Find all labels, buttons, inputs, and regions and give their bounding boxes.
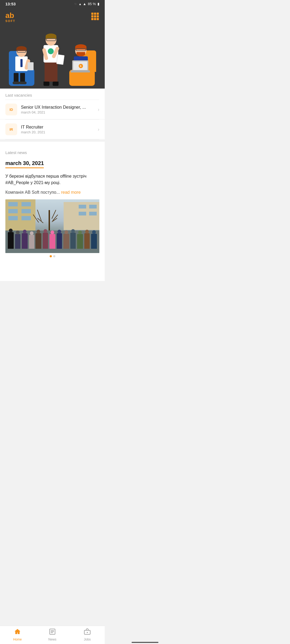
svg-rect-4 xyxy=(94,15,96,17)
battery-level: 85 % xyxy=(88,2,96,6)
main-content: Last vacancies ID Senior UX Interaction … xyxy=(0,89,105,281)
vacancy-title-1: Senior UX Interaction Designer, ... xyxy=(21,105,98,110)
news-section: Latest news march 30, 2021 У березні від… xyxy=(0,142,105,259)
signal-icon: ▲ xyxy=(83,2,86,6)
vacancy-icon-id: ID xyxy=(5,104,17,115)
svg-rect-8 xyxy=(97,18,99,20)
scroll-indicator xyxy=(5,253,99,259)
chevron-icon-2: › xyxy=(98,127,99,132)
vacancy-date-2: march 20, 2021 xyxy=(21,130,98,134)
hero-banner: b xyxy=(0,27,105,89)
vacancies-section-label: Last vacancies xyxy=(0,89,105,100)
scroll-dot-2 xyxy=(53,255,55,257)
app-header: ab SOFT xyxy=(0,8,105,27)
news-body-text: У березні відбулася перша offline зустрі… xyxy=(5,173,99,186)
section-separator xyxy=(0,140,105,142)
character-left xyxy=(9,34,34,86)
svg-rect-5 xyxy=(97,15,99,17)
news-preview-text: Компанія AB Soft поступо... read more xyxy=(5,189,99,196)
svg-rect-7 xyxy=(94,18,96,20)
news-section-label: Latest news xyxy=(5,146,99,157)
svg-rect-0 xyxy=(91,13,93,15)
status-time: 13:53 xyxy=(5,2,16,6)
vacancy-info-2: IT Recruiter march 20, 2021 xyxy=(21,125,98,134)
battery-icon: ▮ xyxy=(97,2,99,6)
svg-rect-1 xyxy=(94,13,96,15)
status-icons: ◾ ▴ ▲ 85 % ▮ xyxy=(73,2,99,6)
scroll-dot-1 xyxy=(50,255,52,257)
vacancy-date-1: march 04, 2021 xyxy=(21,110,98,114)
vacancy-title-2: IT Recruiter xyxy=(21,125,98,130)
news-date: march 30, 2021 xyxy=(5,160,44,168)
grid-menu-icon[interactable] xyxy=(91,12,99,23)
character-right: b xyxy=(68,34,96,86)
svg-rect-6 xyxy=(91,18,93,20)
wifi-icon: ▴ xyxy=(79,2,81,6)
svg-rect-2 xyxy=(97,13,99,15)
chevron-icon-1: › xyxy=(98,107,99,112)
news-preview-content: Компанія AB Soft поступо... xyxy=(5,190,60,195)
group-photo xyxy=(5,199,99,253)
vacancy-icon-ir: IR xyxy=(5,123,17,135)
svg-rect-3 xyxy=(91,15,93,17)
vacancy-item-2[interactable]: IR IT Recruiter march 20, 2021 › xyxy=(0,120,105,139)
status-bar: 13:53 ◾ ▴ ▲ 85 % ▮ xyxy=(0,0,105,8)
read-more-link[interactable]: read more xyxy=(61,190,81,195)
logo-text-ab: ab xyxy=(5,12,14,19)
character-middle xyxy=(40,31,63,86)
vacancy-item-1[interactable]: ID Senior UX Interaction Designer, ... m… xyxy=(0,100,105,119)
news-image xyxy=(5,199,99,253)
vacancy-info-1: Senior UX Interaction Designer, ... marc… xyxy=(21,105,98,114)
logo-text-soft: SOFT xyxy=(5,19,15,23)
nfc-icon: ◾ xyxy=(73,2,78,6)
logo: ab SOFT xyxy=(5,12,15,23)
